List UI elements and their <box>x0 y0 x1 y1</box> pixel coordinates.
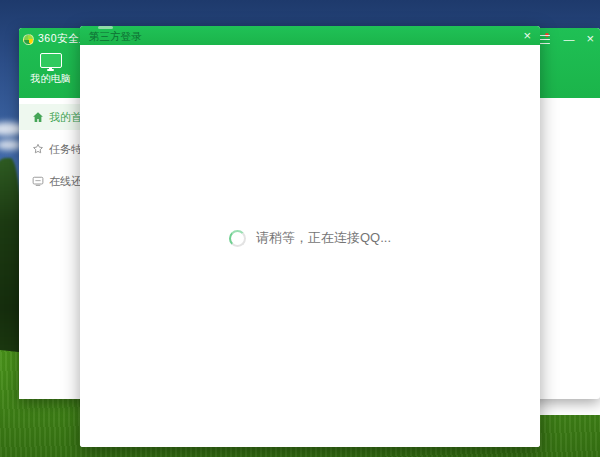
spinner-icon <box>229 230 246 247</box>
third-party-login-dialog: 第三方登录 × 请稍等，正在连接QQ... <box>80 26 540 447</box>
sidebar-item-label: 任务特权 <box>49 142 82 157</box>
star-badge-icon <box>32 143 44 155</box>
sidebar-item-homepage[interactable]: 我的首页 <box>19 104 82 130</box>
sidebar-item-label: 在线还原 <box>49 174 82 189</box>
drag-dash-decoration <box>98 26 113 29</box>
window-controls: — × <box>537 32 594 46</box>
sidebar-item-online-restore[interactable]: 在线还原 <box>19 168 82 194</box>
minimize-button[interactable]: — <box>563 32 573 46</box>
dialog-title: 第三方登录 <box>89 30 142 44</box>
home-icon <box>32 111 44 123</box>
sidebar-item-task-privilege[interactable]: 任务特权 <box>19 136 82 162</box>
sidebar-item-label: 我的首页 <box>49 110 82 125</box>
dialog-close-icon[interactable]: × <box>523 28 531 43</box>
loading-text: 请稍等，正在连接QQ... <box>256 229 391 247</box>
dialog-body: 请稍等，正在连接QQ... <box>80 45 540 447</box>
screen-restore-icon <box>32 175 44 187</box>
sidebar: 我的电脑 我的首页 任务特权 <box>19 28 82 399</box>
computer-monitor-icon <box>40 53 62 68</box>
sidebar-tab-label: 我的电脑 <box>19 72 82 86</box>
close-button[interactable]: × <box>586 32 594 46</box>
sidebar-tab-my-computer[interactable]: 我的电脑 <box>19 28 82 98</box>
loading-indicator: 请稍等，正在连接QQ... <box>229 229 391 247</box>
desktop: 360安全卫士 — × 我的电脑 我的首页 <box>0 0 600 457</box>
dialog-titlebar[interactable]: 第三方登录 × <box>80 26 540 45</box>
